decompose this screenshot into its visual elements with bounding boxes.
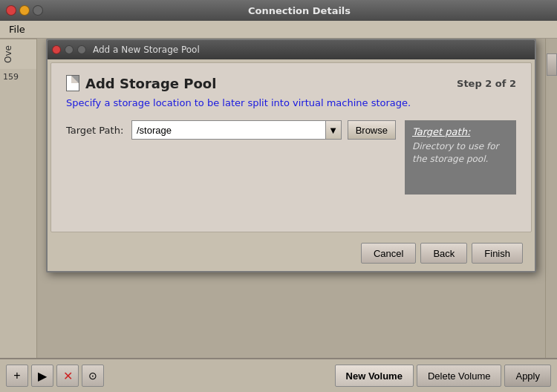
- stop-button[interactable]: ✕: [56, 365, 79, 387]
- target-path-row: Target Path: ▼ Browse: [66, 120, 396, 140]
- center-panel: Add a New Storage Pool Add Storage Pool …: [37, 39, 545, 358]
- main-content: Ove 159 Add a New Storage Pool: [0, 39, 557, 358]
- info-panel-text: Directory to use for the storage pool.: [412, 140, 509, 166]
- cancel-button[interactable]: Cancel: [361, 243, 416, 264]
- dialog-max-button[interactable]: [77, 45, 86, 54]
- dialog-footer: Cancel Back Finish: [48, 235, 535, 271]
- dialog-body: Add Storage Pool Step 2 of 2 Specify a s…: [51, 62, 532, 232]
- dialog-title-section: Add Storage Pool: [66, 75, 216, 91]
- browse-button[interactable]: Browse: [348, 120, 396, 140]
- disk-button[interactable]: ⊙: [82, 365, 104, 387]
- back-button[interactable]: Back: [420, 243, 467, 264]
- title-bar-buttons: [6, 5, 43, 16]
- play-icon: ▶: [38, 369, 47, 383]
- dialog-close-button[interactable]: [52, 45, 61, 54]
- file-menu[interactable]: File: [3, 22, 31, 36]
- play-button[interactable]: ▶: [31, 365, 53, 387]
- add-button[interactable]: +: [6, 365, 28, 387]
- form-section: Target Path: ▼ Browse: [66, 120, 396, 223]
- target-path-input[interactable]: [131, 120, 325, 140]
- overview-tab[interactable]: Ove: [0, 39, 36, 69]
- apply-button[interactable]: Apply: [504, 365, 551, 387]
- dialog-header: Add Storage Pool Step 2 of 2: [66, 75, 516, 91]
- scrollbar[interactable]: [545, 39, 557, 358]
- dialog-min-button[interactable]: [65, 45, 74, 54]
- page-icon: [66, 75, 79, 91]
- delete-volume-button[interactable]: Delete Volume: [417, 365, 502, 387]
- dialog-heading: Add Storage Pool: [85, 76, 216, 91]
- target-path-dropdown[interactable]: ▼: [325, 120, 342, 140]
- maximize-button[interactable]: [33, 5, 43, 16]
- target-path-label: Target Path:: [66, 125, 126, 136]
- finish-button[interactable]: Finish: [472, 243, 523, 264]
- new-volume-button[interactable]: New Volume: [335, 365, 414, 387]
- bottom-toolbar: + ▶ ✕ ⊙ New Volume Delete Volume Apply: [0, 358, 557, 392]
- info-panel: Target path: Directory to use for the st…: [405, 120, 516, 195]
- stop-icon: ✕: [63, 369, 73, 383]
- content-spacer: [66, 148, 396, 223]
- close-button[interactable]: [6, 5, 16, 16]
- title-bar: Connection Details: [0, 0, 557, 21]
- dialog-subtitle: Specify a storage location to be later s…: [66, 97, 516, 108]
- window-title: Connection Details: [48, 5, 551, 16]
- step-label: Step 2 of 2: [457, 78, 516, 89]
- disk-icon: ⊙: [88, 370, 97, 382]
- form-and-info: Target Path: ▼ Browse: [66, 120, 516, 223]
- minimize-button[interactable]: [19, 5, 30, 16]
- menu-bar: File: [0, 21, 557, 39]
- dialog-title: Add a New Storage Pool: [90, 45, 530, 55]
- main-window: Connection Details File Ove 159 Add a Ne…: [0, 0, 557, 392]
- add-storage-pool-dialog: Add a New Storage Pool Add Storage Pool …: [46, 39, 536, 272]
- scroll-thumb[interactable]: [547, 53, 557, 76]
- dialog-overlay: Add a New Storage Pool Add Storage Pool …: [37, 39, 545, 358]
- add-icon: +: [13, 369, 20, 382]
- target-path-input-wrapper: ▼: [131, 120, 342, 140]
- side-number: 159: [0, 69, 36, 85]
- dialog-title-bar: Add a New Storage Pool: [48, 40, 535, 59]
- left-panel: Ove 159: [0, 39, 37, 358]
- info-panel-title: Target path:: [412, 126, 509, 137]
